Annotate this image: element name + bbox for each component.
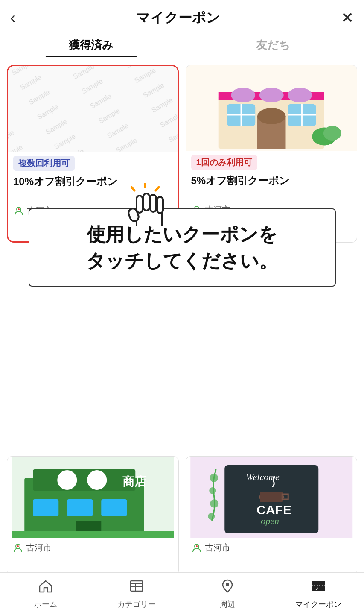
category-icon [129, 578, 144, 597]
svg-rect-38 [67, 499, 93, 516]
page-title: マイクーポン [136, 9, 220, 27]
nav-home-label: ホーム [34, 599, 57, 609]
badge-multi: 複数回利用可 [13, 156, 75, 171]
coupon-card-3[interactable]: 商店 古河市 [7, 456, 179, 576]
coupon-title-2: 5%オフ割引クーポン [186, 172, 357, 202]
svg-rect-58 [131, 581, 143, 591]
coupon-title-1: 10%オフ割引クーポン [8, 173, 178, 202]
scroll-area: Sample 複数回利用可 10%オフ割引クーポン [0, 65, 364, 615]
back-button[interactable]: ‹ [10, 10, 15, 26]
svg-rect-39 [101, 499, 127, 516]
svg-point-9 [288, 88, 312, 102]
svg-point-54 [210, 499, 218, 508]
cafe-image: Welcome CAFE open [186, 457, 357, 538]
close-button[interactable]: ✕ [341, 10, 354, 26]
nav-category-label: カテゴリー [117, 599, 156, 609]
svg-rect-37 [33, 499, 58, 516]
coupon-image-1: Sample [8, 66, 178, 152]
svg-point-7 [231, 88, 255, 102]
svg-rect-41 [12, 531, 174, 538]
tab-bar: 獲得済み 友だち [0, 32, 364, 57]
badge-once: 1回のみ利用可 [191, 155, 257, 170]
city-icon-1 [13, 205, 24, 217]
svg-point-3 [18, 208, 20, 210]
coupon-card-4[interactable]: Welcome CAFE open [186, 456, 358, 576]
svg-point-52 [210, 474, 218, 482]
svg-point-43 [17, 545, 19, 547]
partial-row: 商店 古河市 [0, 456, 364, 576]
coupon-city-4: 古河市 [186, 538, 357, 558]
store-image [186, 65, 357, 151]
nav-category[interactable]: カテゴリー [91, 573, 182, 615]
tab-acquired[interactable]: 獲得済み [0, 32, 182, 57]
nav-nearby-label: 周辺 [220, 599, 235, 609]
svg-point-11 [257, 108, 286, 124]
svg-point-55 [208, 513, 215, 520]
svg-point-34 [58, 471, 76, 489]
svg-point-62 [226, 583, 229, 586]
nav-home[interactable]: ホーム [0, 573, 91, 615]
tab-friends[interactable]: 友だち [182, 32, 364, 57]
svg-text:open: open [261, 515, 279, 526]
coupon-city-3: 古河市 [7, 538, 178, 558]
header: ‹ マイクーポン ✕ [0, 0, 364, 32]
svg-text:✓: ✓ [315, 586, 319, 592]
svg-point-19 [323, 126, 341, 141]
nav-mycoupon-label: マイクーポン [295, 599, 341, 609]
svg-point-8 [259, 88, 283, 102]
svg-text:CAFE: CAFE [256, 503, 291, 517]
svg-rect-1 [8, 66, 178, 152]
city-icon-3 [12, 542, 23, 554]
tooltip-box: 使用したいクーポンをタッチしてください。 [29, 208, 336, 287]
svg-point-53 [209, 487, 216, 494]
shop-image: 商店 [7, 457, 178, 538]
svg-point-35 [87, 471, 106, 489]
home-icon [38, 578, 53, 597]
city-icon-4 [191, 542, 202, 554]
svg-rect-33 [33, 469, 135, 491]
nearby-icon [220, 578, 235, 597]
nav-mycoupon[interactable]: ✓ マイクーポン [273, 573, 364, 615]
svg-text:商店: 商店 [122, 474, 147, 488]
coupon-icon: ✓ [310, 578, 327, 597]
tooltip-text: 使用したいクーポンをタッチしてください。 [43, 221, 321, 274]
nav-nearby[interactable]: 周辺 [182, 573, 273, 615]
svg-rect-48 [260, 492, 283, 502]
svg-point-57 [196, 545, 198, 547]
bottom-nav: ホーム カテゴリー 周辺 ✓ マイク [0, 572, 364, 615]
